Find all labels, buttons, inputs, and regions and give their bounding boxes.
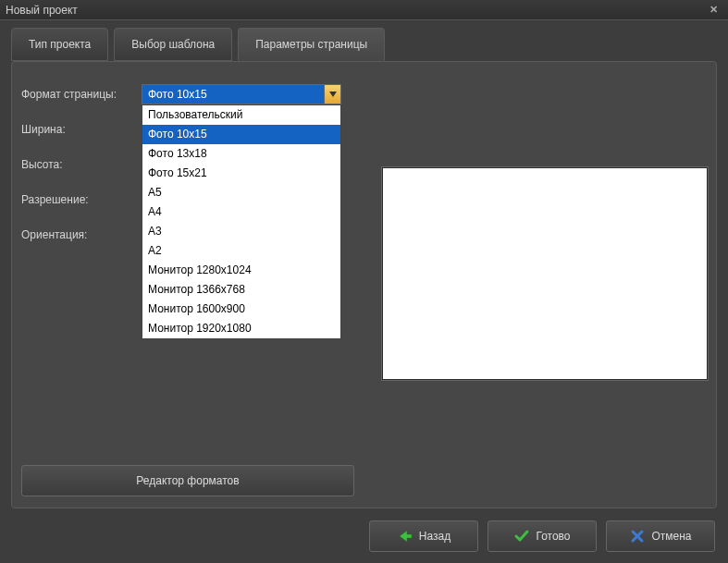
page-format-combo[interactable]: Фото 10x15 [142,84,341,104]
dropdown-option[interactable]: Монитор 1920x1080 [142,319,340,338]
page-format-value: Фото 10x15 [142,88,324,101]
format-editor-button[interactable]: Редактор форматов [21,465,354,496]
button-label: Отмена [651,530,691,543]
form-area: Формат страницы: Фото 10x15 Пользователь… [21,84,354,260]
dropdown-option[interactable]: Фото 13x18 [142,144,340,164]
button-label: Редактор форматов [136,474,239,487]
tab-label: Выбор шаблона [131,38,215,51]
width-label: Ширина: [21,123,142,136]
orientation-label: Ориентация: [21,228,142,241]
tab-template[interactable]: Выбор шаблона [114,28,232,61]
tab-label: Параметры страницы [255,38,367,51]
cancel-button[interactable]: Отмена [606,520,715,552]
dropdown-option[interactable]: A4 [142,202,340,222]
title-bar: Новый проект ✕ [0,0,728,20]
content-panel: Формат страницы: Фото 10x15 Пользователь… [11,61,717,508]
dropdown-option[interactable]: A5 [142,183,340,202]
page-preview [382,167,708,380]
tab-strip: Тип проекта Выбор шаблона Параметры стра… [0,20,728,61]
check-icon [513,528,530,545]
done-button[interactable]: Готово [487,520,597,552]
tab-project-type[interactable]: Тип проекта [11,28,108,61]
dropdown-option[interactable]: Монитор 1280x1024 [142,261,340,280]
window-title: Новый проект [6,4,709,17]
tab-label: Тип проекта [29,38,91,51]
dropdown-option[interactable]: A3 [142,222,340,241]
dropdown-option[interactable]: Фото 10x15 [142,125,340,144]
resolution-label: Разрешение: [21,193,142,206]
tab-page-params[interactable]: Параметры страницы [238,28,385,61]
chevron-down-icon [329,92,337,97]
dropdown-option[interactable]: Пользовательский [142,105,340,125]
x-icon [629,528,646,545]
dropdown-option[interactable]: Фото 15x21 [142,164,340,183]
dropdown-button[interactable] [324,85,340,104]
arrow-left-icon [397,528,413,545]
footer-buttons: Назад Готово Отмена [369,520,715,552]
page-format-label: Формат страницы: [21,88,142,101]
button-label: Готово [536,530,570,543]
dropdown-option[interactable]: Монитор 1600x900 [142,300,340,319]
button-label: Назад [419,530,450,543]
close-icon[interactable]: ✕ [709,4,722,17]
back-button[interactable]: Назад [369,520,478,552]
dropdown-option[interactable]: Монитор 1366x768 [142,280,340,300]
height-label: Высота: [21,158,142,171]
dropdown-option[interactable]: A2 [142,241,340,261]
page-format-dropdown[interactable]: ПользовательскийФото 10x15Фото 13x18Фото… [142,104,341,339]
